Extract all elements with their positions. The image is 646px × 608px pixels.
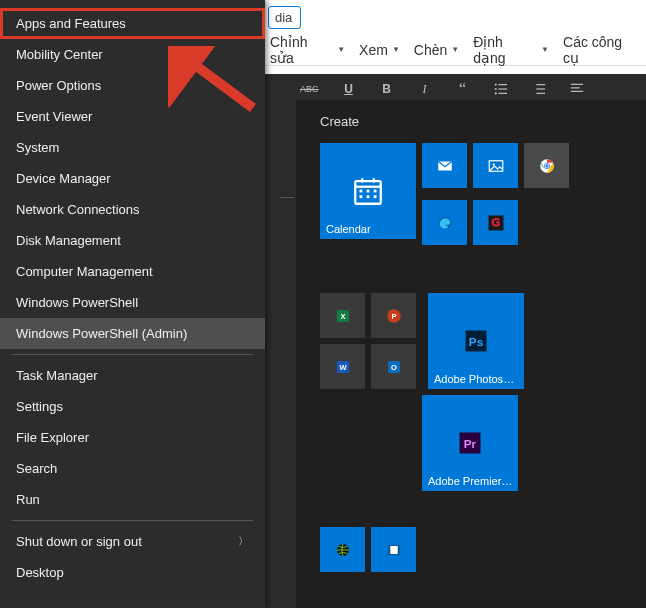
winx-device-manager[interactable]: Device Manager xyxy=(0,163,265,194)
winx-powershell-admin[interactable]: Windows PowerShell (Admin) xyxy=(0,318,265,349)
calendar-icon xyxy=(351,174,385,208)
svg-text:P: P xyxy=(391,312,396,321)
svg-rect-16 xyxy=(360,190,363,193)
menu-insert[interactable]: Chèn▼ xyxy=(408,42,465,58)
tile-powerpoint[interactable]: P xyxy=(371,293,416,338)
winx-item-label: Settings xyxy=(16,399,63,414)
tile-edge[interactable] xyxy=(422,200,467,245)
tile-premiere[interactable]: Pr Adobe Premiere Pro... xyxy=(422,395,518,491)
menu-format-label: Định dạng xyxy=(473,34,537,66)
media-button[interactable]: dia xyxy=(268,6,301,29)
winx-item-label: Event Viewer xyxy=(16,109,92,124)
bullet-list-icon[interactable] xyxy=(493,81,509,97)
tile-row: Calendar xyxy=(320,143,646,251)
svg-rect-47 xyxy=(397,545,399,554)
svg-rect-20 xyxy=(367,195,370,198)
svg-text:X: X xyxy=(340,312,345,321)
menu-separator xyxy=(12,354,253,355)
outlook-icon: O xyxy=(385,358,403,376)
italic-icon[interactable]: I xyxy=(417,81,433,97)
chevron-right-icon: 〉 xyxy=(238,534,249,549)
photos-icon xyxy=(487,157,505,175)
tile-outlook[interactable]: O xyxy=(371,344,416,389)
winx-search[interactable]: Search xyxy=(0,453,265,484)
svg-rect-5 xyxy=(498,93,507,94)
tile-label: Adobe Premiere Pro... xyxy=(428,475,514,487)
winx-apps-and-features[interactable]: Apps and Features xyxy=(0,8,265,39)
tile-cluster-3: Pr Adobe Premiere Pro... xyxy=(320,395,646,491)
winx-system[interactable]: System xyxy=(0,132,265,163)
winx-file-explorer[interactable]: File Explorer xyxy=(0,422,265,453)
tile-mail[interactable] xyxy=(422,143,467,188)
menu-insert-label: Chèn xyxy=(414,42,447,58)
garena-icon xyxy=(487,214,505,232)
svg-rect-11 xyxy=(570,91,582,92)
tile-app-1[interactable] xyxy=(320,527,365,572)
start-tiles-panel: Create Calendar xyxy=(296,100,646,608)
winx-event-viewer[interactable]: Event Viewer xyxy=(0,101,265,132)
word-icon: W xyxy=(334,358,352,376)
bold-icon[interactable]: B xyxy=(379,81,395,97)
tile-row-bottom xyxy=(320,527,646,572)
editor-menu: Chỉnh sửa▼ Xem▼ Chèn▼ Định dạng▼ Các côn… xyxy=(264,40,646,66)
svg-rect-18 xyxy=(374,190,377,193)
tile-chrome[interactable] xyxy=(524,143,569,188)
winx-settings[interactable]: Settings xyxy=(0,391,265,422)
winx-computer-management[interactable]: Computer Management xyxy=(0,256,265,287)
underline-icon[interactable]: U xyxy=(341,81,357,97)
quote-icon[interactable]: “ xyxy=(455,81,471,97)
chevron-down-icon: ▼ xyxy=(337,45,345,54)
tile-excel[interactable]: X xyxy=(320,293,365,338)
winx-item-label: Device Manager xyxy=(16,171,111,186)
winx-item-label: File Explorer xyxy=(16,430,89,445)
premiere-icon: Pr xyxy=(456,429,484,457)
winx-desktop[interactable]: Desktop xyxy=(0,557,265,588)
menu-view[interactable]: Xem▼ xyxy=(353,42,406,58)
svg-rect-1 xyxy=(498,84,507,85)
winx-item-label: Mobility Center xyxy=(16,47,103,62)
menu-tools[interactable]: Các công cụ xyxy=(557,34,646,66)
winx-menu: Apps and Features Mobility Center Power … xyxy=(0,0,265,608)
tile-garena[interactable] xyxy=(473,200,518,245)
tile-photoshop[interactable]: Ps Adobe Photoshop C... xyxy=(428,293,524,389)
svg-point-0 xyxy=(494,84,496,86)
group-title-create: Create xyxy=(320,114,646,129)
menu-format[interactable]: Định dạng▼ xyxy=(467,34,555,66)
winx-disk-management[interactable]: Disk Management xyxy=(0,225,265,256)
winx-shutdown[interactable]: Shut down or sign out〉 xyxy=(0,526,265,557)
winx-mobility-center[interactable]: Mobility Center xyxy=(0,39,265,70)
menu-edit[interactable]: Chỉnh sửa▼ xyxy=(264,34,351,66)
svg-point-4 xyxy=(494,92,496,94)
svg-text:Ps: Ps xyxy=(469,335,483,348)
winx-network-connections[interactable]: Network Connections xyxy=(0,194,265,225)
svg-rect-19 xyxy=(360,195,363,198)
tile-photos[interactable] xyxy=(473,143,518,188)
svg-rect-17 xyxy=(367,190,370,193)
mail-icon xyxy=(436,157,454,175)
tile-word[interactable]: W xyxy=(320,344,365,389)
tile-cluster-2: X P W O Ps Adobe Photoshop C... xyxy=(320,293,646,389)
svg-text:Pr: Pr xyxy=(464,437,477,450)
svg-rect-9 xyxy=(570,84,582,85)
winx-item-label: Shut down or sign out xyxy=(16,534,142,549)
align-icon[interactable] xyxy=(569,81,585,97)
strike-icon[interactable]: ABC xyxy=(300,84,319,94)
edge-icon xyxy=(436,214,454,232)
svg-rect-46 xyxy=(388,545,390,554)
number-list-icon[interactable] xyxy=(531,81,547,97)
tile-app-2[interactable] xyxy=(371,527,416,572)
svg-text:W: W xyxy=(339,363,347,372)
winx-item-label: Network Connections xyxy=(16,202,140,217)
chevron-down-icon: ▼ xyxy=(451,45,459,54)
powerpoint-icon: P xyxy=(385,307,403,325)
winx-powershell[interactable]: Windows PowerShell xyxy=(0,287,265,318)
winx-item-label: Disk Management xyxy=(16,233,121,248)
svg-rect-3 xyxy=(498,88,507,89)
winx-task-manager[interactable]: Task Manager xyxy=(0,360,265,391)
winx-item-label: Windows PowerShell xyxy=(16,295,138,310)
winx-power-options[interactable]: Power Options xyxy=(0,70,265,101)
winx-run[interactable]: Run xyxy=(0,484,265,515)
tile-calendar[interactable]: Calendar xyxy=(320,143,416,239)
winx-item-label: Windows PowerShell (Admin) xyxy=(16,326,187,341)
svg-rect-6 xyxy=(536,84,545,85)
